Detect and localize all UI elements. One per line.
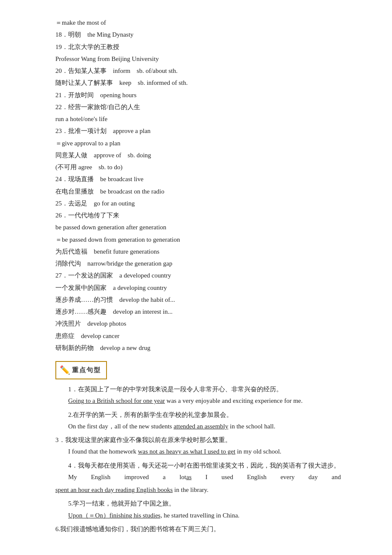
sentence-1: 1．在英国上了一年的中学对我来说是一段令人非常开心、非常兴奋的经历。 Going… [55, 384, 341, 407]
sentences-section: 1．在英国上了一年的中学对我来说是一段令人非常开心、非常兴奋的经历。 Going… [55, 384, 341, 535]
line-23: 一个发展中的国家 a developing country [55, 282, 341, 293]
sentence-3-en-underline: was not as heavy as what I used to get [138, 448, 236, 455]
section-header-label: 重点句型 [72, 364, 101, 376]
line-20: 为后代造福 benefit future generations [55, 246, 341, 257]
line-14: 24．现场直播 be broadcast live [55, 173, 341, 185]
sentence-5-cn: 5.学习一结束，他就开始了中国之旅。 [55, 498, 341, 509]
line-25: 逐步对……感兴趣 develop an interest in... [55, 306, 341, 317]
line-10: 23．批准一项计划 approve a plan [55, 125, 341, 136]
sentence-3: 3．我发现这里的家庭作业不像我以前在原来学校时那么繁重。 I found tha… [55, 434, 341, 457]
line-3: 19．北京大学的王教授 [55, 41, 341, 52]
sentence-4-as-underline: as [186, 474, 192, 480]
sentence-6-cn: 6.我们很遗憾地通知你们，我们的图书馆将在下周三关门。 [55, 523, 341, 535]
line-19: ＝be passed down from generation to gener… [55, 234, 341, 245]
line-17: 26．一代代地传了下来 [55, 210, 341, 221]
sentence-1-en: Going to a British school for one year w… [55, 395, 341, 406]
line-7: 21．开放时间 opening hours [55, 90, 341, 101]
section-header-key-sentences: ✏️ 重点句型 [55, 361, 341, 379]
section-header-box: ✏️ 重点句型 [55, 361, 107, 379]
line-8: 22．经营一家旅馆/自己的人生 [55, 101, 341, 113]
line-1: ＝make the most of [55, 17, 341, 28]
sentence-2: 2.在开学的第一天，所有的新学生在学校的礼堂参加晨会。 On the first… [55, 409, 341, 432]
line-2: 18．明朝 the Ming Dynasty [55, 29, 341, 40]
sentence-4-en-line1: My English improved a lotas I used Engli… [55, 471, 341, 483]
line-12: 同意某人做 approve of sb. doing [55, 150, 341, 161]
line-15: 在电台里播放 be broadcast on the radio [55, 186, 341, 197]
line-27: 患癌症 develop cancer [55, 330, 341, 341]
line-22: 27．一个发达的国家 a developed country [55, 270, 341, 281]
line-21: 消除代沟 narrow/bridge the generation gap [55, 258, 341, 269]
line-11: ＝give approval to a plan [55, 138, 341, 149]
sentence-2-en-underline: attended an assembly [173, 423, 228, 430]
sentence-1-cn: 1．在英国上了一年的中学对我来说是一段令人非常开心、非常兴奋的经历。 [55, 384, 341, 395]
line-5: 20．告知某人某事 inform sb. of/about sth. [55, 65, 341, 76]
line-18: be passed down generation after generati… [55, 222, 341, 233]
line-6: 随时让某人了解某事 keep sb. informed of sth. [55, 77, 341, 88]
line-9: run a hotel/one's life [55, 113, 341, 124]
line-16: 25．去远足 go for an outing [55, 198, 341, 209]
line-4: Professor Wang from Beijing University [55, 53, 341, 64]
sentence-5-en-underline: Upon（＝On）finishing his studies, [68, 512, 162, 519]
sentence-5: 5.学习一结束，他就开始了中国之旅。 Upon（＝On）finishing hi… [55, 498, 341, 521]
sentence-3-cn: 3．我发现这里的家庭作业不像我以前在原来学校时那么繁重。 [55, 434, 341, 445]
line-24: 逐步养成……的习惯 develop the habit of... [55, 294, 341, 305]
sentence-6: 6.我们很遗憾地通知你们，我们的图书馆将在下周三关门。 [55, 523, 341, 535]
sentence-4-en-line2-underline: spent an hour each day reading English b… [55, 486, 173, 493]
sentence-3-en: I found that the homework was not as hea… [55, 446, 341, 457]
line-28: 研制新的药物 develop a new drug [55, 342, 341, 353]
sentence-2-en: On the first day，all of the new students… [55, 421, 341, 432]
sentence-4: 4．我每天都在使用英语，每天还花一小时在图书馆里读英文书，因此，我的英语有了很大… [55, 460, 341, 496]
sentence-5-en: Upon（＝On）finishing his studies, he start… [55, 510, 341, 521]
pencil-icon: ✏️ [60, 363, 70, 378]
sentence-4-cn: 4．我每天都在使用英语，每天还花一小时在图书馆里读英文书，因此，我的英语有了很大… [55, 460, 341, 471]
sentence-1-en-underline: Going to a British school for one year [68, 397, 165, 404]
main-content: ＝make the most of 18．明朝 the Ming Dynasty… [55, 17, 341, 535]
sentence-4-en-line1-text: My English improved a lotas I used Engli… [55, 471, 341, 483]
vocabulary-section: ＝make the most of 18．明朝 the Ming Dynasty… [55, 17, 341, 353]
sentence-4-en-line2: spent an hour each day reading English b… [55, 484, 341, 495]
line-26: 冲洗照片 develop photos [55, 318, 341, 329]
line-13: (不可用 agree sb. to do) [55, 162, 341, 173]
sentence-2-cn: 2.在开学的第一天，所有的新学生在学校的礼堂参加晨会。 [55, 409, 341, 420]
